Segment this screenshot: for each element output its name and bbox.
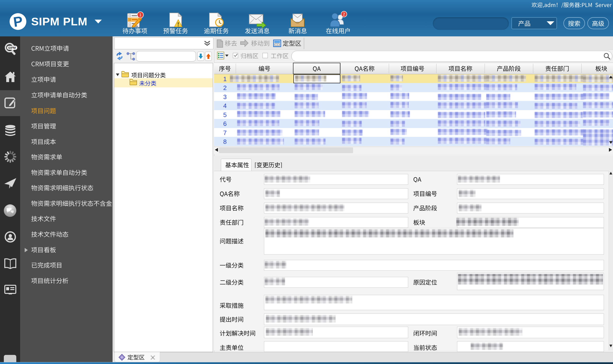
- svg-text:1: 1: [139, 13, 141, 17]
- svg-text:SIPM: SIPM: [8, 46, 16, 50]
- svg-text:2: 2: [343, 12, 345, 16]
